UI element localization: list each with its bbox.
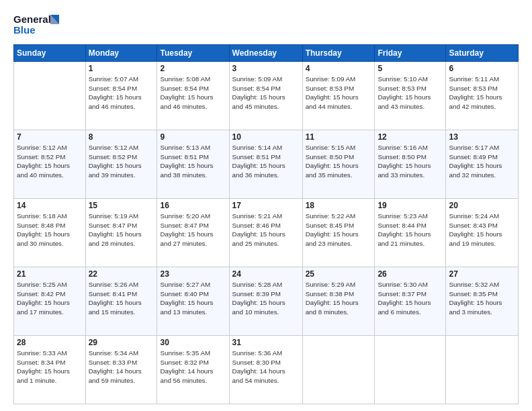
- calendar-cell: 14Sunrise: 5:18 AM Sunset: 8:48 PM Dayli…: [14, 199, 86, 267]
- calendar-cell: 30Sunrise: 5:35 AM Sunset: 8:32 PM Dayli…: [157, 336, 229, 404]
- calendar-cell: 17Sunrise: 5:21 AM Sunset: 8:46 PM Dayli…: [229, 199, 302, 267]
- day-number: 27: [449, 269, 515, 279]
- day-number: 26: [378, 269, 443, 279]
- day-number: 30: [160, 338, 226, 347]
- calendar-cell: 11Sunrise: 5:15 AM Sunset: 8:50 PM Dayli…: [302, 130, 375, 199]
- day-info: Sunrise: 5:24 AM Sunset: 8:43 PM Dayligh…: [449, 212, 515, 248]
- calendar-cell: [446, 336, 519, 404]
- calendar-cell: 8Sunrise: 5:12 AM Sunset: 8:52 PM Daylig…: [85, 130, 157, 199]
- day-number: 20: [449, 201, 515, 210]
- day-number: 12: [378, 132, 443, 142]
- day-number: 13: [449, 132, 515, 142]
- day-number: 24: [232, 269, 300, 279]
- day-number: 11: [306, 132, 372, 142]
- calendar-cell: [14, 62, 86, 130]
- calendar-cell: 29Sunrise: 5:34 AM Sunset: 8:33 PM Dayli…: [85, 336, 157, 404]
- logo: GeneralBlue: [13, 11, 60, 38]
- weekday-header-monday: Monday: [85, 45, 157, 62]
- header: GeneralBlue: [13, 11, 519, 38]
- weekday-header-friday: Friday: [375, 45, 446, 62]
- day-number: 31: [232, 338, 300, 347]
- day-info: Sunrise: 5:27 AM Sunset: 8:40 PM Dayligh…: [160, 280, 226, 317]
- calendar-cell: 28Sunrise: 5:33 AM Sunset: 8:34 PM Dayli…: [14, 336, 86, 404]
- day-info: Sunrise: 5:20 AM Sunset: 8:47 PM Dayligh…: [160, 212, 226, 248]
- day-info: Sunrise: 5:26 AM Sunset: 8:41 PM Dayligh…: [89, 280, 154, 317]
- calendar-cell: 9Sunrise: 5:13 AM Sunset: 8:51 PM Daylig…: [157, 130, 229, 199]
- day-info: Sunrise: 5:23 AM Sunset: 8:44 PM Dayligh…: [378, 212, 443, 248]
- calendar-cell: 25Sunrise: 5:29 AM Sunset: 8:38 PM Dayli…: [302, 267, 375, 336]
- day-number: 23: [160, 269, 226, 279]
- day-info: Sunrise: 5:11 AM Sunset: 8:53 PM Dayligh…: [449, 75, 515, 111]
- day-info: Sunrise: 5:09 AM Sunset: 8:54 PM Dayligh…: [232, 75, 300, 111]
- day-info: Sunrise: 5:30 AM Sunset: 8:37 PM Dayligh…: [378, 280, 443, 317]
- svg-text:General: General: [13, 13, 51, 25]
- day-info: Sunrise: 5:07 AM Sunset: 8:54 PM Dayligh…: [89, 75, 154, 111]
- day-number: 8: [89, 132, 154, 142]
- calendar-cell: 18Sunrise: 5:22 AM Sunset: 8:45 PM Dayli…: [302, 199, 375, 267]
- weekday-header-thursday: Thursday: [302, 45, 375, 62]
- day-info: Sunrise: 5:08 AM Sunset: 8:54 PM Dayligh…: [160, 75, 226, 111]
- calendar-cell: 23Sunrise: 5:27 AM Sunset: 8:40 PM Dayli…: [157, 267, 229, 336]
- calendar-cell: 19Sunrise: 5:23 AM Sunset: 8:44 PM Dayli…: [375, 199, 446, 267]
- calendar-cell: 4Sunrise: 5:09 AM Sunset: 8:53 PM Daylig…: [302, 62, 375, 130]
- day-number: 6: [449, 64, 515, 73]
- day-number: 16: [160, 201, 226, 210]
- week-row-1: 1Sunrise: 5:07 AM Sunset: 8:54 PM Daylig…: [14, 62, 519, 130]
- calendar-cell: 1Sunrise: 5:07 AM Sunset: 8:54 PM Daylig…: [85, 62, 157, 130]
- calendar-cell: 22Sunrise: 5:26 AM Sunset: 8:41 PM Dayli…: [85, 267, 157, 336]
- day-info: Sunrise: 5:17 AM Sunset: 8:49 PM Dayligh…: [449, 143, 515, 180]
- day-info: Sunrise: 5:28 AM Sunset: 8:39 PM Dayligh…: [232, 280, 300, 317]
- day-info: Sunrise: 5:16 AM Sunset: 8:50 PM Dayligh…: [378, 143, 443, 180]
- calendar-cell: 2Sunrise: 5:08 AM Sunset: 8:54 PM Daylig…: [157, 62, 229, 130]
- day-info: Sunrise: 5:10 AM Sunset: 8:53 PM Dayligh…: [378, 75, 443, 111]
- week-row-2: 7Sunrise: 5:12 AM Sunset: 8:52 PM Daylig…: [14, 130, 519, 199]
- day-number: 18: [306, 201, 372, 210]
- calendar-cell: 16Sunrise: 5:20 AM Sunset: 8:47 PM Dayli…: [157, 199, 229, 267]
- day-number: 15: [89, 201, 154, 210]
- calendar-cell: [302, 336, 375, 404]
- calendar-cell: 24Sunrise: 5:28 AM Sunset: 8:39 PM Dayli…: [229, 267, 302, 336]
- day-info: Sunrise: 5:18 AM Sunset: 8:48 PM Dayligh…: [17, 212, 83, 248]
- day-info: Sunrise: 5:34 AM Sunset: 8:33 PM Dayligh…: [89, 349, 154, 385]
- calendar-cell: [375, 336, 446, 404]
- calendar-table: SundayMondayTuesdayWednesdayThursdayFrid…: [13, 44, 519, 404]
- day-number: 10: [232, 132, 300, 142]
- calendar-cell: 26Sunrise: 5:30 AM Sunset: 8:37 PM Dayli…: [375, 267, 446, 336]
- calendar-cell: 3Sunrise: 5:09 AM Sunset: 8:54 PM Daylig…: [229, 62, 302, 130]
- calendar-cell: 21Sunrise: 5:25 AM Sunset: 8:42 PM Dayli…: [14, 267, 86, 336]
- day-number: 3: [232, 64, 300, 73]
- week-row-3: 14Sunrise: 5:18 AM Sunset: 8:48 PM Dayli…: [14, 199, 519, 267]
- day-info: Sunrise: 5:32 AM Sunset: 8:35 PM Dayligh…: [449, 280, 515, 317]
- page: GeneralBlue SundayMondayTuesdayWednesday…: [0, 0, 532, 411]
- calendar-cell: 31Sunrise: 5:36 AM Sunset: 8:30 PM Dayli…: [229, 336, 302, 404]
- day-info: Sunrise: 5:09 AM Sunset: 8:53 PM Dayligh…: [306, 75, 372, 111]
- day-info: Sunrise: 5:22 AM Sunset: 8:45 PM Dayligh…: [306, 212, 372, 248]
- weekday-header-saturday: Saturday: [446, 45, 519, 62]
- logo-svg: GeneralBlue: [13, 11, 60, 38]
- weekday-header-wednesday: Wednesday: [229, 45, 302, 62]
- svg-text:Blue: Blue: [13, 24, 36, 36]
- day-info: Sunrise: 5:15 AM Sunset: 8:50 PM Dayligh…: [306, 143, 372, 180]
- day-number: 14: [17, 201, 83, 210]
- week-row-4: 21Sunrise: 5:25 AM Sunset: 8:42 PM Dayli…: [14, 267, 519, 336]
- day-number: 19: [378, 201, 443, 210]
- day-number: 22: [89, 269, 154, 279]
- day-number: 17: [232, 201, 300, 210]
- day-info: Sunrise: 5:14 AM Sunset: 8:51 PM Dayligh…: [232, 143, 300, 180]
- weekday-header-row: SundayMondayTuesdayWednesdayThursdayFrid…: [14, 45, 519, 62]
- day-info: Sunrise: 5:29 AM Sunset: 8:38 PM Dayligh…: [306, 280, 372, 317]
- day-info: Sunrise: 5:21 AM Sunset: 8:46 PM Dayligh…: [232, 212, 300, 248]
- day-number: 21: [17, 269, 83, 279]
- day-info: Sunrise: 5:19 AM Sunset: 8:47 PM Dayligh…: [89, 212, 154, 248]
- day-info: Sunrise: 5:13 AM Sunset: 8:51 PM Dayligh…: [160, 143, 226, 180]
- day-info: Sunrise: 5:12 AM Sunset: 8:52 PM Dayligh…: [17, 143, 83, 180]
- day-number: 25: [306, 269, 372, 279]
- calendar-cell: 13Sunrise: 5:17 AM Sunset: 8:49 PM Dayli…: [446, 130, 519, 199]
- calendar-cell: 7Sunrise: 5:12 AM Sunset: 8:52 PM Daylig…: [14, 130, 86, 199]
- calendar-cell: 27Sunrise: 5:32 AM Sunset: 8:35 PM Dayli…: [446, 267, 519, 336]
- calendar-cell: 6Sunrise: 5:11 AM Sunset: 8:53 PM Daylig…: [446, 62, 519, 130]
- week-row-5: 28Sunrise: 5:33 AM Sunset: 8:34 PM Dayli…: [14, 336, 519, 404]
- day-number: 29: [89, 338, 154, 347]
- calendar-cell: 12Sunrise: 5:16 AM Sunset: 8:50 PM Dayli…: [375, 130, 446, 199]
- day-number: 1: [89, 64, 154, 73]
